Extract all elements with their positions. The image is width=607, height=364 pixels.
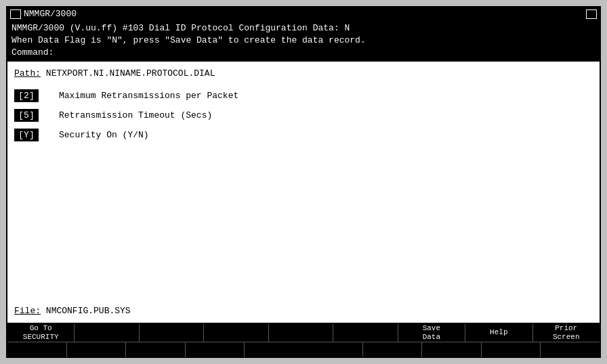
fb7-empty	[422, 342, 482, 357]
title-bar: NMMGR/3000	[7, 7, 600, 20]
fb4-empty	[186, 342, 245, 357]
f3-empty-key	[140, 324, 204, 342]
file-value: NMCONFIG.PUB.SYS	[46, 306, 131, 316]
main-content: Path: NETXPORT.NI.NINAME.PROTOCOL.DIAL […	[7, 62, 600, 323]
f8-help-button[interactable]: Help	[465, 324, 532, 342]
window-title: NMMGR/3000	[24, 9, 583, 19]
f6-empty-key	[333, 324, 398, 342]
field-value-retrans-timeout[interactable]: [5]	[14, 109, 39, 122]
fb3-empty	[126, 342, 186, 357]
f1-goto-security-button[interactable]: Go To SECURITY	[7, 324, 75, 342]
fb1-empty	[7, 342, 67, 357]
field-row-security-on: [Y] Security On (Y/N)	[14, 129, 593, 141]
header-line1: NMMGR/3000 (V.uu.ff) #103 Dial ID Protoc…	[12, 22, 595, 35]
title-box-icon[interactable]	[10, 9, 21, 19]
main-window: NMMGR/3000 NMMGR/3000 (V.uu.ff) #103 Dia…	[6, 6, 601, 358]
field-label-retrans-timeout: Retransmission Timeout (Secs)	[59, 110, 212, 120]
field-row-retrans-timeout: [5] Retransmission Timeout (Secs)	[14, 109, 593, 122]
function-bar: Go To SECURITY Save Data Help Prior Scre…	[7, 323, 600, 357]
f2-empty-key	[75, 324, 139, 342]
header-line3: Command:	[12, 47, 595, 59]
field-value-max-retrans[interactable]: [2]	[14, 89, 39, 102]
function-row-bottom	[7, 342, 600, 357]
fb6-empty	[363, 342, 423, 357]
function-row-top: Go To SECURITY Save Data Help Prior Scre…	[7, 324, 600, 342]
fb9-empty	[541, 342, 600, 357]
field-value-security-on[interactable]: [Y]	[14, 129, 39, 141]
file-line: File: NMCONFIG.PUB.SYS	[14, 300, 593, 316]
fb5-center-empty	[245, 342, 362, 357]
path-label: Path:	[14, 68, 41, 78]
fb8-empty	[482, 342, 541, 357]
header-area: NMMGR/3000 (V.uu.ff) #103 Dial ID Protoc…	[7, 20, 600, 62]
header-line2: When Data Flag is "N", press "Save Data"…	[12, 35, 595, 47]
path-value: NETXPORT.NI.NINAME.PROTOCOL.DIAL	[46, 68, 215, 78]
path-line: Path: NETXPORT.NI.NINAME.PROTOCOL.DIAL	[14, 68, 593, 78]
f9-prior-screen-button[interactable]: Prior Screen	[533, 324, 600, 342]
field-row-max-retrans: [2] Maximum Retransmissions per Packet	[14, 89, 593, 102]
field-label-security-on: Security On (Y/N)	[59, 130, 149, 140]
f4-empty-key	[204, 324, 268, 342]
file-label: File:	[14, 306, 41, 316]
f7-save-data-button[interactable]: Save Data	[398, 324, 465, 342]
fb2-empty	[67, 342, 127, 357]
field-label-max-retrans: Maximum Retransmissions per Packet	[59, 91, 238, 101]
f5-empty-key	[269, 324, 333, 342]
close-button[interactable]	[586, 9, 597, 19]
